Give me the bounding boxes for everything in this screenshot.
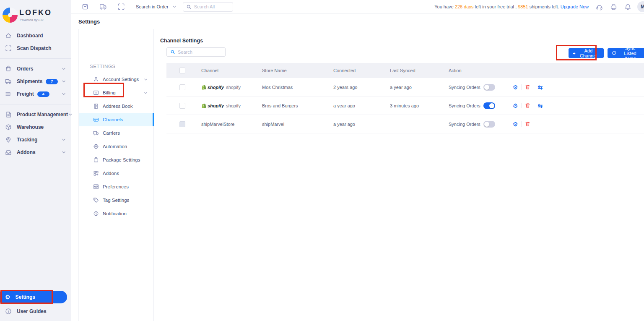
table-header-row: Channel Store Name Connected Last Synced…	[166, 63, 644, 78]
settings-nav-item-preferences[interactable]: Preferences	[79, 180, 154, 193]
channel-search-input[interactable]	[178, 50, 222, 55]
home-icon	[5, 32, 12, 39]
icon-divider	[521, 121, 522, 127]
settings-nav-header: SETTINGS	[90, 64, 116, 69]
icon-divider	[534, 84, 534, 90]
automation-icon	[93, 144, 99, 149]
upgrade-now-link[interactable]: Upgrade Now	[561, 4, 589, 9]
sidebar-item-warehouse[interactable]: Warehouse	[0, 121, 71, 133]
settings-nav-item-channels[interactable]: Channels	[79, 113, 154, 126]
sidebar-item-product-management[interactable]: Product Management	[0, 108, 71, 121]
last-synced-cell: 3 minutes ago	[387, 103, 445, 108]
settings-nav-item-notification[interactable]: Notification	[79, 207, 154, 220]
sidebar-item-addons[interactable]: Addons	[0, 146, 71, 159]
printer-icon[interactable]	[610, 3, 617, 10]
sidebar-item-label: Scan Dispatch	[17, 45, 52, 51]
channel-cell: shopify shopify	[201, 103, 259, 108]
trial-status-text: You have 226 days left in your free tria…	[434, 4, 589, 9]
cube-icon	[5, 124, 12, 130]
column-header-channel: Channel	[198, 68, 259, 73]
row-checkbox[interactable]	[179, 84, 185, 90]
settings-nav-item-automation[interactable]: Automation	[79, 140, 154, 153]
document-icon	[5, 111, 12, 118]
channel-name: shopify	[226, 85, 241, 90]
swap-sync-icon[interactable]: ⇆	[538, 102, 543, 109]
sidebar-item-freight[interactable]: Freight 4	[0, 88, 71, 100]
settings-nav-item-address-book[interactable]: Address Book	[79, 99, 154, 113]
global-search-box	[183, 2, 233, 12]
brand-tagline: Powered by EIZ	[20, 18, 44, 22]
chevron-down-icon	[143, 91, 148, 95]
icon-divider	[521, 103, 522, 108]
sidebar-item-label: Warehouse	[17, 124, 44, 130]
sidebar-item-orders[interactable]: Orders	[0, 63, 71, 75]
trial-days-left: 226 days	[455, 4, 474, 9]
sidebar-item-shipments[interactable]: Shipments 7	[0, 75, 71, 88]
shopify-wordmark: shopify	[208, 85, 224, 90]
settings-nav-label: Tag Settings	[103, 198, 129, 203]
topbar: Search in Order You have 226 days left i…	[71, 0, 644, 14]
column-header-connected: Connected	[330, 68, 387, 73]
settings-nav-item-addons[interactable]: Addons	[79, 167, 154, 180]
settings-nav-label: Address Book	[103, 104, 133, 109]
user-avatar[interactable]: M	[637, 1, 644, 12]
chevron-down-icon	[61, 79, 66, 84]
action-cell: Syncing Orders ⚙ ⇆	[445, 102, 644, 109]
sidebar-item-settings[interactable]: ⚙ Settings	[0, 291, 67, 303]
syncing-orders-label: Syncing Orders	[449, 103, 480, 108]
sidebar: LOFKO Powered by EIZ Dashboard Scan Disp…	[0, 0, 71, 321]
location-pin-icon	[5, 136, 12, 143]
addons-grid-icon	[93, 170, 99, 176]
settings-nav-item-tag-settings[interactable]: Tag Settings	[79, 193, 154, 207]
scan-icon	[5, 45, 12, 52]
column-header-last-synced: Last Synced	[387, 68, 445, 73]
sidebar-item-label: Addons	[17, 149, 36, 155]
support-headset-icon[interactable]	[596, 3, 603, 10]
channel-settings-panel: Channel Settings + Add Channel Sync List…	[154, 29, 644, 321]
table-row: shopify shopify Bros and Burgers a year …	[166, 97, 644, 115]
row-checkbox[interactable]	[179, 103, 185, 109]
channels-icon	[93, 117, 99, 123]
search-scope-select[interactable]: Search in Order	[136, 4, 177, 9]
chevron-down-icon	[68, 112, 73, 117]
syncing-orders-toggle[interactable]	[483, 121, 495, 128]
swap-sync-icon[interactable]: ⇆	[538, 84, 543, 91]
sidebar-item-label: Tracking	[17, 137, 37, 143]
delete-channel-icon[interactable]	[525, 121, 530, 127]
sidebar-item-label: Dashboard	[17, 33, 43, 39]
sync-icon	[612, 51, 616, 55]
settings-nav: SETTINGS Account Settings Billing Addres…	[78, 29, 154, 321]
settings-nav-item-account-settings[interactable]: Account Settings	[79, 73, 154, 86]
orders-bag-icon[interactable]	[81, 3, 89, 10]
channel-settings-gear-icon[interactable]: ⚙	[513, 103, 518, 109]
sync-listed-items-button[interactable]: Sync Listed Items	[608, 48, 644, 58]
freight-lines-icon	[5, 91, 12, 97]
select-all-checkbox[interactable]	[179, 68, 185, 73]
row-checkbox-disabled	[179, 121, 185, 127]
syncing-orders-toggle[interactable]	[483, 102, 495, 109]
sidebar-item-scan-dispatch[interactable]: Scan Dispatch	[0, 42, 71, 55]
brand-logo[interactable]: LOFKO Powered by EIZ	[0, 5, 71, 29]
truck-icon[interactable]	[99, 3, 107, 10]
settings-nav-label: Addons	[103, 171, 119, 176]
settings-nav-item-carriers[interactable]: Carriers	[79, 126, 154, 140]
sidebar-item-dashboard[interactable]: Dashboard	[0, 29, 71, 42]
global-search-input[interactable]	[194, 4, 230, 9]
syncing-orders-label: Syncing Orders	[449, 85, 480, 90]
channel-settings-gear-icon[interactable]: ⚙	[513, 121, 518, 127]
search-icon	[170, 50, 175, 55]
scan-icon[interactable]	[117, 3, 125, 10]
delete-channel-icon[interactable]	[525, 103, 530, 108]
sidebar-item-tracking[interactable]: Tracking	[0, 133, 71, 146]
delete-channel-icon[interactable]	[525, 84, 530, 90]
info-circle-icon	[5, 308, 12, 315]
sidebar-item-user-guides[interactable]: User Guides	[0, 305, 71, 317]
settings-nav-item-package-settings[interactable]: Package Settings	[79, 153, 154, 167]
panel-title: Channel Settings	[160, 38, 203, 44]
notification-bell-icon[interactable]	[624, 3, 631, 10]
settings-nav-item-billing[interactable]: Billing	[79, 86, 154, 99]
channel-settings-gear-icon[interactable]: ⚙	[513, 84, 518, 90]
add-channel-button[interactable]: + Add Channel	[569, 48, 604, 58]
syncing-orders-toggle[interactable]	[483, 84, 495, 91]
settings-nav-label: Package Settings	[103, 157, 140, 162]
